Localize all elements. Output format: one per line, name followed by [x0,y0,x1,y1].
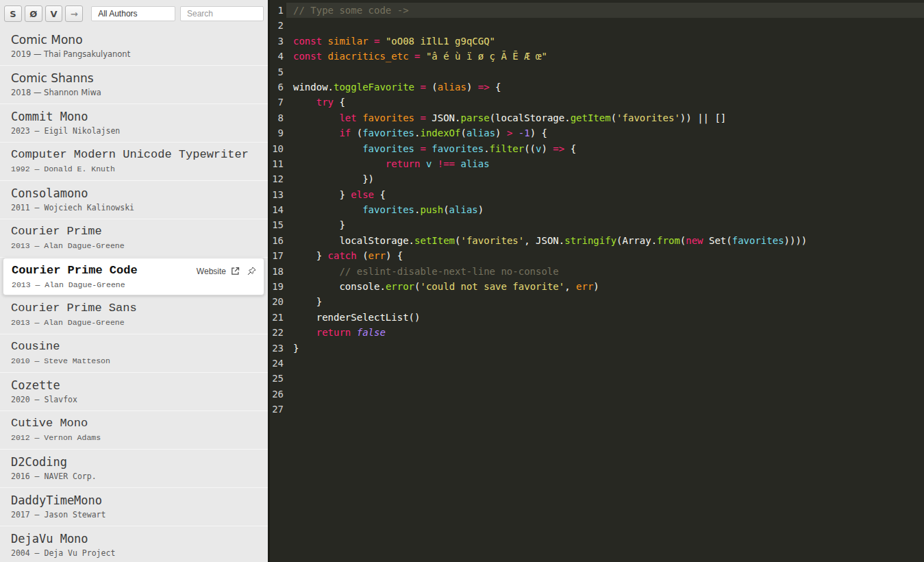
code-line-text[interactable]: const similar = "oO08 iIlL1 g9qCGQ" [286,34,924,49]
line-number: 10 [270,141,286,156]
line-number: 17 [270,248,286,263]
code-line-text[interactable] [286,371,924,386]
line-number: 25 [270,371,286,386]
code-line[interactable]: 14 favorites.push(alias) [270,202,924,217]
code-line[interactable]: 25 [270,371,924,386]
author-filter-select[interactable]: All Authors [91,6,175,21]
code-line[interactable]: 18 // eslint-disable-next-line no-consol… [270,264,924,279]
line-number: 22 [270,325,286,340]
font-list-item[interactable]: Courier Prime Sans2013 — Alan Dague-Gree… [0,296,268,334]
code-line-text[interactable] [286,387,924,402]
code-line[interactable]: 20 } [270,294,924,309]
code-line-text[interactable]: let favorites = JSON.parse(localStorage.… [286,110,924,125]
code-line-text[interactable]: console.error('could not save favorite',… [286,279,924,294]
slashed-zero-filter-button[interactable]: Ø [25,5,42,22]
code-line[interactable]: 17 } catch (err) { [270,248,924,263]
font-list-item[interactable]: Comic Mono2019 — Thai Pangsakulyanont [0,27,268,66]
code-line-text[interactable] [286,64,924,80]
line-number: 11 [270,156,286,171]
code-line[interactable]: 24 [270,356,924,371]
code-line[interactable]: 12 }) [270,171,924,186]
code-line-text[interactable]: } [286,341,924,356]
code-line-text[interactable]: } else { [286,187,924,202]
line-number: 19 [270,279,286,294]
code-line[interactable]: 7 try { [270,95,924,110]
line-number: 15 [270,217,286,232]
code-line[interactable]: 27 [270,402,924,417]
v-filter-button[interactable]: V [45,5,63,22]
code-line[interactable]: 15 } [270,217,924,232]
code-line-text[interactable] [286,18,924,33]
code-line-text[interactable]: if (favorites.indexOf(alias) > -1) { [286,125,924,140]
pin-icon[interactable] [247,266,257,276]
font-list-item[interactable]: Consolamono2011 — Wojciech Kalinowski [0,181,268,219]
code-line-text[interactable]: } [286,217,924,232]
line-number: 1 [270,3,286,18]
external-link-icon[interactable] [230,266,240,276]
code-line-text[interactable]: // Type some code -> [286,3,924,18]
font-name: Cozette [11,378,257,392]
code-line-text[interactable]: const diacritics_etc = "â é ù ï ø ç Ã Ē … [286,49,924,64]
font-list-item[interactable]: Courier Prime Code2013 — Alan Dague-Gree… [3,258,264,295]
font-list-item[interactable]: Courier Prime2013 — Alan Dague-Greene [0,219,268,258]
font-list-item[interactable]: Cutive Mono2012 — Vernon Adams [0,411,268,450]
website-link[interactable]: Website [197,267,226,276]
font-meta: 2019 — Thai Pangsakulyanont [11,49,257,59]
font-list-item[interactable]: DaddyTimeMono2017 — Jason Stewart [0,488,268,526]
line-number: 18 [270,264,286,279]
code-line-text[interactable]: // eslint-disable-next-line no-console [286,264,924,279]
search-input[interactable] [180,6,264,21]
font-list-item[interactable]: Commit Mono2023 — Eigil Nikolajsen [0,104,268,143]
code-line[interactable]: 6window.toggleFavorite = (alias) => { [270,80,924,95]
line-number: 24 [270,356,286,371]
code-line-text[interactable]: window.toggleFavorite = (alias) => { [286,80,924,95]
code-line[interactable]: 9 if (favorites.indexOf(alias) > -1) { [270,125,924,140]
code-line[interactable]: 19 console.error('could not save favorit… [270,279,924,294]
code-line[interactable]: 11 return v !== alias [270,156,924,171]
code-line-text[interactable]: favorites = favorites.filter((v) => { [286,141,924,156]
line-number: 16 [270,233,286,248]
code-line[interactable]: 13 } else { [270,187,924,202]
code-line[interactable]: 1// Type some code -> [270,3,924,18]
author-filter-value: All Authors [98,9,137,19]
code-line[interactable]: 8 let favorites = JSON.parse(localStorag… [270,110,924,125]
code-line[interactable]: 10 favorites = favorites.filter((v) => { [270,141,924,156]
font-list-item[interactable]: Cozette2020 — Slavfox [0,373,268,411]
code-line-text[interactable]: localStorage.setItem('favorites', JSON.s… [286,233,924,248]
font-meta: 2018 — Shannon Miwa [11,88,257,97]
font-list-item[interactable]: D2Coding2016 — NAVER Corp. [0,450,268,488]
code-line[interactable]: 5 [270,64,924,80]
line-number: 2 [270,18,286,33]
code-line-text[interactable]: }) [286,171,924,186]
code-line-text[interactable] [286,402,924,417]
line-number: 8 [270,110,286,125]
font-name: Consolamono [11,186,257,200]
code-line-text[interactable]: } catch (err) { [286,248,924,263]
code-line-text[interactable]: } [286,294,924,309]
code-line[interactable]: 4const diacritics_etc = "â é ù ï ø ç Ã Ē… [270,49,924,64]
font-list-item[interactable]: Computer Modern Unicode Typewriter1992 —… [0,143,268,181]
code-line[interactable]: 23} [270,341,924,356]
code-line-text[interactable]: renderSelectList() [286,310,924,325]
code-line-text[interactable] [286,356,924,371]
arrow-ligature-filter-button[interactable]: → [65,5,83,22]
font-meta: 2013 — Alan Dague-Greene [11,241,257,250]
code-line[interactable]: 22 return false [270,325,924,340]
font-list-item[interactable]: Cousine2010 — Steve Matteson [0,334,268,373]
code-line[interactable]: 2 [270,18,924,33]
serif-filter-button[interactable]: S [4,5,22,22]
toolbar: S Ø V → All Authors [0,0,268,27]
code-line-text[interactable]: favorites.push(alias) [286,202,924,217]
code-line-text[interactable]: return v !== alias [286,156,924,171]
font-list-item[interactable]: Comic Shanns2018 — Shannon Miwa [0,66,268,104]
code-editor[interactable]: 1// Type some code ->23const similar = "… [268,0,924,562]
code-line[interactable]: 3const similar = "oO08 iIlL1 g9qCGQ" [270,34,924,49]
font-name: DejaVu Mono [11,532,257,546]
code-line-text[interactable]: try { [286,95,924,110]
line-number: 3 [270,34,286,49]
font-list-item[interactable]: DejaVu Mono2004 — Deja Vu Project [0,526,268,562]
code-line[interactable]: 21 renderSelectList() [270,310,924,325]
code-line[interactable]: 26 [270,387,924,402]
code-line[interactable]: 16 localStorage.setItem('favorites', JSO… [270,233,924,248]
code-line-text[interactable]: return false [286,325,924,340]
